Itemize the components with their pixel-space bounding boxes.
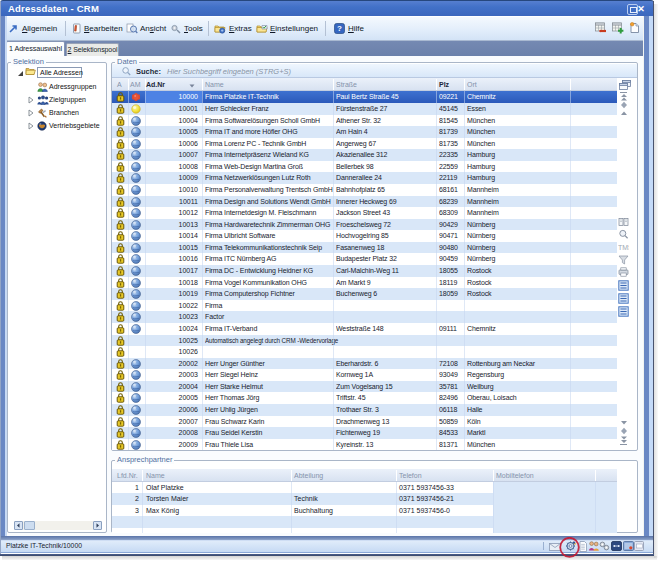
svg-text:TMS: TMS bbox=[618, 244, 629, 251]
svg-text:?: ? bbox=[337, 24, 342, 33]
